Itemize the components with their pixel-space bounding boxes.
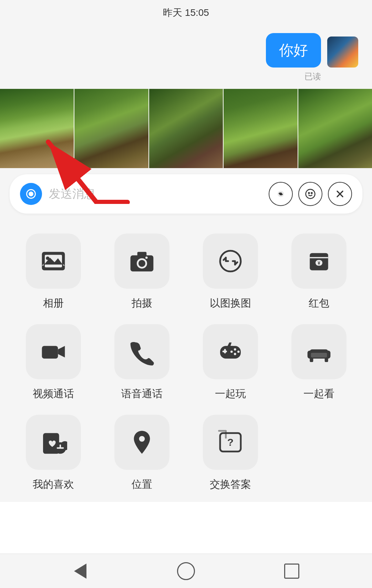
action-album[interactable]: 相册 xyxy=(14,234,93,310)
action-location[interactable]: 位置 xyxy=(102,415,181,492)
red-packet-icon: ¥ xyxy=(305,247,333,275)
back-button[interactable] xyxy=(70,561,91,581)
image-icon xyxy=(40,247,67,275)
svg-rect-27 xyxy=(224,349,226,353)
photo-item[interactable] xyxy=(0,89,74,168)
input-icons xyxy=(269,182,352,206)
svg-point-18 xyxy=(138,260,145,267)
svg-text:¥: ¥ xyxy=(318,260,320,266)
camera-icon-inner xyxy=(26,189,36,199)
camera-icon xyxy=(128,247,156,275)
svg-point-30 xyxy=(234,353,236,355)
sofa-icon xyxy=(305,338,333,365)
svg-point-40 xyxy=(139,436,145,442)
favorites-label: 我的喜欢 xyxy=(33,477,74,492)
video-call-label: 视频通话 xyxy=(33,387,74,401)
recent-button[interactable] xyxy=(281,561,302,581)
photo-item[interactable] xyxy=(224,89,298,168)
svg-point-28 xyxy=(234,348,236,351)
image-swap-icon xyxy=(217,247,244,275)
emoji-icon-btn[interactable] xyxy=(298,182,322,206)
svg-point-6 xyxy=(308,193,309,194)
location-label: 位置 xyxy=(132,477,152,492)
red-packet-icon-box[interactable]: ¥ xyxy=(291,234,347,289)
message-bubble: 你好 xyxy=(266,33,321,68)
svg-point-13 xyxy=(46,257,49,260)
voice-call-label: 语音通话 xyxy=(121,387,163,401)
input-field[interactable]: 发送消息 xyxy=(10,174,362,214)
exchange-label: 交换答案 xyxy=(210,477,251,492)
bubble-row: 你好 xyxy=(266,33,358,68)
voice-icon-btn[interactable] xyxy=(269,182,293,206)
image-swap-label: 以图换图 xyxy=(210,296,251,310)
svg-point-29 xyxy=(237,351,240,353)
voice-call-icon-box[interactable] xyxy=(114,324,169,379)
bottom-nav xyxy=(0,554,372,588)
svg-point-4 xyxy=(280,193,281,195)
photo-item[interactable] xyxy=(149,89,224,168)
phone-icon xyxy=(128,338,156,365)
svg-point-7 xyxy=(311,193,312,194)
exchange-icon-box[interactable]: ? xyxy=(203,415,258,470)
gamepad-icon xyxy=(217,338,244,365)
action-empty xyxy=(279,415,358,492)
action-grid: 相册 拍摄 以图换图 xyxy=(0,220,372,502)
status-bar: 昨天 15:05 xyxy=(0,0,372,23)
read-label: 已读 xyxy=(304,71,358,82)
svg-rect-35 xyxy=(311,353,327,357)
svg-rect-37 xyxy=(324,358,328,362)
message-area: 你好 已读 xyxy=(0,23,372,89)
camera-icon-box[interactable] xyxy=(114,234,169,289)
action-image-swap[interactable]: 以图换图 xyxy=(191,234,270,310)
action-camera[interactable]: 拍摄 xyxy=(102,234,181,310)
input-bar: 发送消息 xyxy=(0,168,372,220)
watch-together-label: 一起看 xyxy=(303,387,334,401)
avatar xyxy=(327,37,358,68)
action-red-packet[interactable]: ¥ 红包 xyxy=(279,234,358,310)
close-icon-btn[interactable] xyxy=(328,182,352,206)
action-watch-together[interactable]: 一起看 xyxy=(279,324,358,401)
album-icon-box[interactable] xyxy=(26,234,81,289)
camera-label: 拍摄 xyxy=(132,296,152,310)
status-time: 昨天 15:05 xyxy=(163,6,209,19)
action-favorites[interactable]: 我的喜欢 xyxy=(14,415,93,492)
favorites-icon-box[interactable] xyxy=(26,415,81,470)
favorites-icon xyxy=(40,429,67,456)
home-button[interactable] xyxy=(176,561,196,581)
red-packet-label: 红包 xyxy=(309,296,329,310)
exchange-icon: ? xyxy=(217,429,244,456)
action-video-call[interactable]: 视频通话 xyxy=(14,324,93,401)
photo-item[interactable] xyxy=(298,89,372,168)
action-play-together[interactable]: 一起玩 xyxy=(191,324,270,401)
video-icon xyxy=(40,338,67,365)
svg-rect-24 xyxy=(42,346,58,359)
photo-item[interactable] xyxy=(74,89,149,168)
svg-point-31 xyxy=(230,351,233,353)
play-together-icon-box[interactable] xyxy=(203,324,258,379)
svg-point-20 xyxy=(220,251,241,271)
svg-point-19 xyxy=(145,257,148,259)
svg-rect-16 xyxy=(137,252,146,256)
action-exchange[interactable]: ? 交换答案 xyxy=(191,415,270,492)
location-icon-box[interactable] xyxy=(114,415,169,470)
svg-point-5 xyxy=(306,189,315,199)
camera-icon-btn[interactable] xyxy=(20,183,42,205)
album-label: 相册 xyxy=(43,296,64,310)
svg-rect-36 xyxy=(310,358,313,362)
action-voice-call[interactable]: 语音通话 xyxy=(102,324,181,401)
image-swap-icon-box[interactable] xyxy=(203,234,258,289)
input-placeholder[interactable]: 发送消息 xyxy=(49,186,262,202)
video-call-icon-box[interactable] xyxy=(26,324,81,379)
watch-together-icon-box[interactable] xyxy=(291,324,347,379)
location-icon xyxy=(128,429,156,456)
svg-text:?: ? xyxy=(227,436,233,448)
play-together-label: 一起玩 xyxy=(215,387,246,401)
photo-strip[interactable] xyxy=(0,89,372,168)
